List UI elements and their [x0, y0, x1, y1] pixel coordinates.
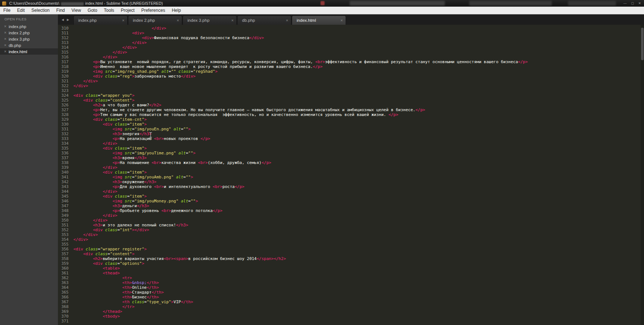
menu-item-project[interactable]: Project: [118, 7, 138, 14]
code-line[interactable]: 314 </div>: [58, 45, 644, 50]
tab-close-icon[interactable]: ×: [338, 18, 343, 23]
tab-index 3.php[interactable]: index 3.php×: [183, 16, 237, 25]
code-line[interactable]: 335 <div class="item">: [58, 146, 644, 151]
code-line[interactable]: 340 <div class="item">: [58, 170, 644, 175]
tab-db.php[interactable]: db.php×: [237, 16, 291, 25]
code-line[interactable]: 343 <p>Для духовного <br>и интеллектуаль…: [58, 184, 644, 189]
code-line[interactable]: 323: [58, 88, 644, 93]
menu-item-find[interactable]: Find: [53, 7, 68, 14]
code-line[interactable]: 362 <tr>: [58, 276, 644, 280]
code-line[interactable]: 351 <h3>и это далеко не полный список!</…: [58, 223, 644, 228]
sidebar-item-index.html[interactable]: ×index.html: [0, 48, 58, 55]
code-line[interactable]: 342 <h3>окружение</h3>: [58, 179, 644, 184]
code-line[interactable]: 353 </div>: [58, 232, 644, 237]
code-line[interactable]: 369 </thead>: [58, 309, 644, 314]
close-button[interactable]: ✕: [638, 0, 641, 6]
sidebar-item-index.php[interactable]: ×index.php: [0, 23, 58, 30]
close-file-icon[interactable]: ×: [4, 37, 6, 41]
code-line[interactable]: 366 <th>Бизнес</th>: [58, 295, 644, 300]
close-file-icon[interactable]: ×: [4, 43, 6, 47]
menu-item-goto[interactable]: Goto: [84, 7, 101, 14]
code-line[interactable]: 315 </div>: [58, 50, 644, 55]
code-line[interactable]: 360 <table>: [58, 266, 644, 271]
code-line[interactable]: 338 <p>На повышение <br>качества жизни <…: [58, 160, 644, 165]
code-line[interactable]: 317 <p>Вы установите новый порядок, где …: [58, 59, 644, 64]
code-line[interactable]: 356<div class="wrapper register">: [58, 247, 644, 252]
tab-index.php[interactable]: index.php×: [73, 16, 128, 25]
editor-pane[interactable]: 310 </div>311 <div>312 <div>Финансовая п…: [58, 25, 644, 325]
code-line[interactable]: 318 <p>Именно ваше новое мышление привед…: [58, 64, 644, 69]
code-line[interactable]: 339 </div>: [58, 165, 644, 170]
code-line[interactable]: 367 <th class="type_vip">VIP</th>: [58, 300, 644, 304]
code-line[interactable]: 337 <h3>время</h3>: [58, 155, 644, 160]
code-line[interactable]: 346 <img src="img/youMoney.png" alt="">: [58, 199, 644, 203]
tab-close-icon[interactable]: ×: [284, 18, 288, 23]
tab-close-icon[interactable]: ×: [120, 18, 124, 23]
code-line[interactable]: 359 <div class="options">: [58, 261, 644, 266]
menu-item-tools[interactable]: Tools: [101, 7, 118, 14]
tab-close-icon[interactable]: ×: [174, 18, 179, 23]
code-line[interactable]: 336 <img src="img/youTime.png" alt="">: [58, 151, 644, 155]
code-line[interactable]: 370 <tbody>: [58, 314, 644, 319]
code-line[interactable]: 344 </div>: [58, 189, 644, 194]
code-line[interactable]: 312 <div>Финансовая подушка безопасности…: [58, 35, 644, 40]
code-line[interactable]: 333 <p>На реализацию <br>новых проектов …: [58, 136, 644, 141]
tab-index 2.php[interactable]: index 2.php×: [128, 16, 182, 25]
code-line[interactable]: 345 <div class="item">: [58, 194, 644, 199]
code-line[interactable]: 329 <div class="item-cnt">: [58, 117, 644, 122]
minimize-button[interactable]: —: [623, 0, 627, 6]
scrollbar-thumb[interactable]: [641, 28, 644, 60]
code-line[interactable]: 355: [58, 242, 644, 247]
code-line[interactable]: 324<div class="wrapper you">: [58, 93, 644, 98]
code-line[interactable]: 371: [58, 319, 644, 324]
code-line[interactable]: 352 <div class="int"></div>: [58, 228, 644, 232]
code-line[interactable]: 310 </div>: [58, 26, 644, 31]
code-line[interactable]: 320 <div class="reg">забронировать место…: [58, 74, 644, 79]
tab-index.html[interactable]: index.html×: [292, 16, 346, 25]
code-line[interactable]: 327 <p>Нет, вы не станете другим человек…: [58, 107, 644, 112]
menu-item-help[interactable]: Help: [169, 7, 184, 14]
code-line[interactable]: 368 </tr>: [58, 304, 644, 309]
close-file-icon[interactable]: ×: [4, 49, 6, 54]
code-line[interactable]: 322</div>: [58, 83, 644, 88]
code-line[interactable]: 325 <div class="content">: [58, 98, 644, 103]
code-line[interactable]: 330 <div class="item">: [58, 122, 644, 127]
tab-scroll-right-icon[interactable]: ▶: [65, 18, 70, 21]
code-line[interactable]: 334 </div>: [58, 141, 644, 146]
code-line[interactable]: 313 </div>: [58, 40, 644, 45]
menu-item-preferences[interactable]: Preferences: [138, 7, 169, 14]
maximize-button[interactable]: ◻: [631, 0, 634, 6]
code-line[interactable]: 316 </div>: [58, 55, 644, 59]
code-line[interactable]: 347 <h3>деньги</h3>: [58, 203, 644, 208]
menu-item-selection[interactable]: Selection: [28, 7, 53, 14]
code-line[interactable]: 354</div>: [58, 237, 644, 242]
code-line[interactable]: 364 <th>Online</th>: [58, 285, 644, 290]
code-line[interactable]: 363 <th>&nbsp;</th>: [58, 280, 644, 285]
code-line[interactable]: 321 </div>: [58, 79, 644, 83]
sidebar-item-index 3.php[interactable]: ×index 3.php: [0, 36, 58, 42]
code-line[interactable]: 341 <img src="img/youAmb.png" alt="">: [58, 175, 644, 179]
title-bar[interactable]: C:\Users\Desout\Documents\index.html - S…: [0, 0, 644, 7]
code-line[interactable]: 328 <p>Тем самым у вас повысится не толь…: [58, 112, 644, 117]
close-file-icon[interactable]: ×: [4, 31, 6, 35]
tab-close-icon[interactable]: ×: [229, 18, 233, 23]
close-file-icon[interactable]: ×: [4, 24, 6, 28]
code-line[interactable]: 357 <div class="content">: [58, 252, 644, 256]
code-line[interactable]: 358 <h2>выберите варианты участия<br><sp…: [58, 256, 644, 261]
menu-item-file[interactable]: File: [0, 7, 14, 14]
code-line[interactable]: 350 </div>: [58, 218, 644, 223]
sidebar-item-db.php[interactable]: ×db.php: [0, 42, 58, 48]
menu-item-edit[interactable]: Edit: [14, 7, 28, 14]
code-line[interactable]: 331 <img src="img/youEn.png" alt="">: [58, 127, 644, 131]
code-line[interactable]: 332 <h3>энергия</h3>: [58, 131, 644, 136]
code-line[interactable]: 326 <h2>а что будет с вами?</h2>: [58, 103, 644, 107]
code-line[interactable]: 361 <thead>: [58, 271, 644, 276]
code-line[interactable]: 311 <div>: [58, 31, 644, 35]
code-line[interactable]: 365 <th>Стандарт</th>: [58, 290, 644, 295]
code-line[interactable]: 319 <img src="img/reg_shad.png" alt="" c…: [58, 69, 644, 74]
code-line[interactable]: 349 </div>: [58, 213, 644, 218]
vertical-scrollbar[interactable]: [641, 25, 644, 325]
code-line[interactable]: 348 <p>Пробьете уровень <br>денежного по…: [58, 208, 644, 213]
sidebar-item-index 2.php[interactable]: ×index 2.php: [0, 30, 58, 36]
tab-scroll-left-icon[interactable]: ◀: [60, 18, 65, 21]
